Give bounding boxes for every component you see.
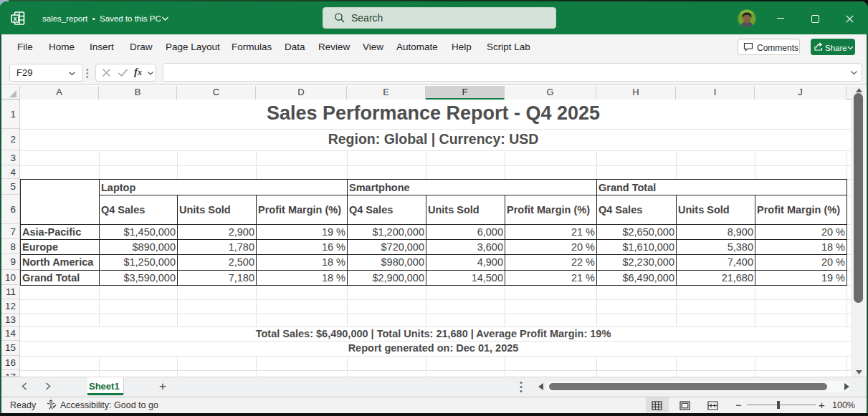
svg-text:x: x	[14, 15, 17, 22]
